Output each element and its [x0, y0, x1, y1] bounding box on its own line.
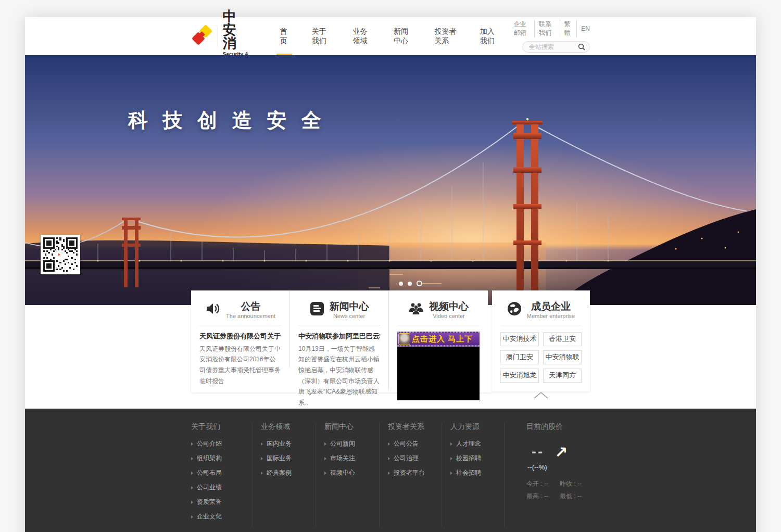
search-icon[interactable]	[578, 43, 585, 53]
stock-title: 目前的股价	[526, 422, 583, 432]
footer-stock-widget: 目前的股价 -- ↗ --(--%) 今开 : -- 昨收 : -- 最高 : …	[505, 422, 590, 527]
carousel-dot-3-active[interactable]	[417, 281, 422, 286]
arrow-right-icon	[191, 501, 193, 504]
footer-col-title: 投资者关系	[388, 422, 434, 432]
footer-link[interactable]: 企业文化	[191, 512, 245, 521]
link-enterprise-mail[interactable]: 企业邮箱	[509, 20, 535, 37]
news-heading[interactable]: 中安消物联参加阿里巴巴云栖..	[298, 332, 380, 341]
brand-logo-icon	[191, 24, 213, 48]
footer-link[interactable]: 视频中心	[324, 468, 372, 477]
nav-label: 加入我们	[480, 27, 498, 46]
news-title: 新闻中心	[330, 301, 369, 312]
qr-code	[41, 235, 80, 274]
footer-link[interactable]: 公司公告	[388, 439, 434, 448]
member-button[interactable]: 香港卫安	[543, 332, 582, 346]
footer-link[interactable]: 社会招聘	[450, 468, 497, 477]
footer-col-title: 业务领域	[261, 422, 308, 432]
header: 中安消 Security & Fire 首页 关于我们 业务领域 新闻中心 投资…	[25, 17, 756, 55]
footer-col-business: 业务领域 国内业务 国际业务 经典案例	[253, 422, 316, 527]
member-button[interactable]: 中安消物联	[543, 350, 582, 364]
carousel-dots	[399, 281, 422, 286]
arrow-right-icon	[388, 457, 390, 460]
chevron-up-icon[interactable]	[500, 391, 582, 399]
link-traditional-chinese[interactable]: 繁體	[560, 20, 577, 37]
footer-col-about: 关于我们 公司介绍 组织架构 公司布局 公司业绩 资质荣誉 企业文化	[191, 422, 253, 527]
footer-link[interactable]: 国内业务	[261, 439, 308, 448]
footer-link[interactable]: 公司治理	[388, 454, 434, 463]
link-english[interactable]: EN	[577, 25, 590, 32]
member-button[interactable]: 中安消旭龙	[500, 369, 539, 383]
speaker-icon	[205, 301, 221, 318]
footer-link[interactable]: 公司业绩	[191, 483, 245, 492]
nav-label: 投资者关系	[435, 27, 457, 46]
news-body[interactable]: 10月13日，一场关于智能感知的饕餮盛宴在杭州云栖小镇惊艳启幕，中安消物联传感（…	[298, 344, 380, 408]
footer-link[interactable]: 公司新闻	[324, 439, 372, 448]
logo-divider	[218, 27, 218, 46]
footer-col-investor: 投资者关系 公司公告 公司治理 投资者平台	[380, 422, 442, 527]
footer-link[interactable]: 校园招聘	[450, 454, 497, 463]
arrow-right-icon	[261, 457, 263, 460]
feature-boxes: 公告 The announcement 天风证券股份有限公司关于中.. 天风证券…	[191, 290, 590, 392]
footer-link[interactable]: 资质荣誉	[191, 498, 245, 506]
nav-label: 首页	[280, 27, 289, 46]
arrow-right-icon	[261, 442, 263, 446]
footer-link[interactable]: 公司介绍	[191, 439, 245, 448]
hero-headline: 科 技 创 造 安 全	[128, 107, 326, 134]
brand-name: 中安消	[223, 9, 251, 50]
news-subtitle: News center	[330, 313, 369, 319]
arrow-right-icon	[191, 442, 193, 446]
hero-bridge-image	[25, 55, 756, 305]
arrow-right-icon	[450, 442, 452, 446]
nav-item-home[interactable]: 首页	[269, 17, 300, 55]
video-ad-banner[interactable]: 点击进入 马上下	[397, 332, 480, 347]
site-search	[522, 41, 590, 53]
announcement-box: 公告 The announcement 天风证券股份有限公司关于中.. 天风证券…	[191, 290, 290, 368]
video-box: 视频中心 Video center 点击进入 马上下	[389, 290, 488, 392]
people-icon	[408, 302, 424, 318]
carousel-dot-1[interactable]	[399, 282, 403, 286]
arrow-right-icon	[388, 472, 390, 475]
footer-link[interactable]: 国际业务	[261, 454, 308, 463]
members-box: 成员企业 Member enterprise 中安消技术 香港卫安 澳门卫安 中…	[492, 290, 590, 391]
arrow-right-icon	[191, 486, 193, 489]
member-button[interactable]: 澳门卫安	[500, 350, 539, 364]
footer-link[interactable]: 公司布局	[191, 468, 245, 477]
video-title: 视频中心	[429, 301, 469, 312]
utility-links: 企业邮箱 联系我们 繁體 EN	[509, 20, 590, 37]
nav-label: 业务领域	[352, 27, 371, 46]
footer-link[interactable]: 人才理念	[450, 439, 497, 448]
video-player[interactable]: 点击进入 马上下	[397, 332, 480, 400]
nav-item-business[interactable]: 业务领域	[341, 17, 382, 55]
nav-item-about[interactable]: 关于我们	[300, 17, 342, 55]
nav-item-join[interactable]: 加入我们	[469, 17, 510, 55]
video-subtitle: Video center	[429, 313, 469, 319]
footer-link[interactable]: 市场关注	[324, 454, 372, 463]
stock-high: 最高 : --	[526, 492, 548, 501]
footer-col-title: 人力资源	[450, 422, 497, 432]
announcement-subtitle: The announcement	[226, 313, 275, 319]
announcement-heading[interactable]: 天风证券股份有限公司关于中..	[199, 332, 281, 341]
arrow-right-icon	[191, 472, 193, 475]
arrow-right-icon	[324, 442, 326, 446]
stock-price: --	[532, 444, 544, 460]
arrow-right-icon	[324, 457, 326, 460]
footer-col-hr: 人力资源 人才理念 校园招聘 社会招聘	[442, 422, 505, 527]
announcement-body[interactable]: 天风证券股份有限公司关于中安消股份有限公司2016年公司债券重大事项受托管理事务…	[199, 344, 281, 387]
nav-label: 新闻中心	[394, 27, 412, 46]
carousel-dot-2[interactable]	[408, 282, 412, 286]
members-title: 成员企业	[527, 301, 575, 312]
arrow-right-icon	[388, 442, 390, 446]
nav-item-investor[interactable]: 投资者关系	[423, 17, 469, 55]
member-button[interactable]: 天津同方	[543, 369, 582, 383]
footer-link[interactable]: 组织架构	[191, 454, 245, 463]
arrow-right-icon	[261, 472, 263, 475]
nav-item-news[interactable]: 新闻中心	[382, 17, 423, 55]
brand-logo[interactable]: 中安消 Security & Fire	[191, 17, 251, 55]
member-button[interactable]: 中安消技术	[500, 332, 539, 346]
arrow-right-icon	[191, 515, 193, 518]
footer-link[interactable]: 投资者平台	[388, 468, 434, 477]
announcement-title: 公告	[226, 301, 275, 312]
link-contact-us[interactable]: 联系我们	[535, 20, 560, 37]
arrow-right-icon	[324, 472, 326, 475]
footer-link[interactable]: 经典案例	[261, 468, 308, 477]
